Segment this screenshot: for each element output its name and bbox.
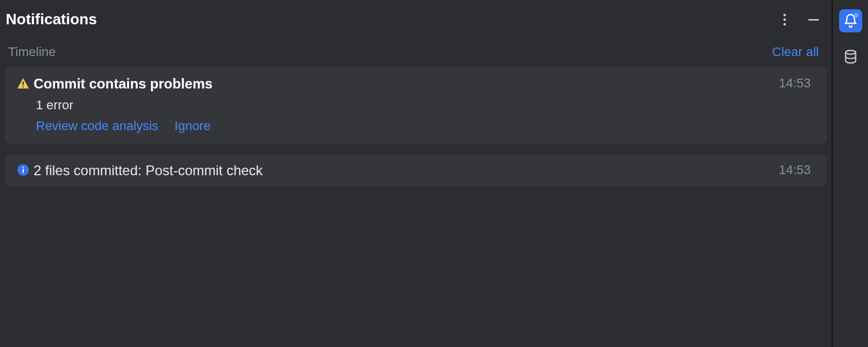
hide-panel-button[interactable] [806, 12, 821, 27]
notification-time: 14:53 [779, 163, 811, 178]
panel-header-actions [777, 12, 821, 27]
svg-rect-3 [808, 19, 819, 21]
clear-all-link[interactable]: Clear all [772, 45, 819, 60]
notification-card[interactable]: Commit contains problems 14:53 1 error R… [5, 67, 827, 144]
svg-rect-4 [23, 82, 24, 85]
panel-title: Notifications [6, 10, 97, 28]
section-label: Timeline [8, 45, 56, 60]
notification-list: Commit contains problems 14:53 1 error R… [0, 67, 832, 187]
notification-body: 1 error [13, 98, 811, 113]
info-icon [13, 163, 34, 176]
notification-actions: Review code analysis Ignore [13, 119, 811, 134]
section-header: Timeline Clear all [0, 38, 832, 67]
svg-point-1 [784, 18, 786, 20]
vertical-dots-icon [783, 13, 786, 26]
notification-card[interactable]: 2 files committed: Post-commit check 14:… [5, 154, 827, 187]
svg-rect-5 [23, 86, 24, 87]
svg-point-0 [784, 13, 786, 16]
right-tool-strip [832, 0, 868, 347]
notification-badge-dot [854, 13, 859, 17]
notifications-tool-button[interactable] [839, 9, 862, 32]
notification-time: 14:53 [779, 76, 811, 91]
notifications-panel: Notifications Timeline Clear al [0, 0, 832, 347]
notification-title: Commit contains problems [34, 76, 779, 92]
minimize-icon [808, 14, 819, 25]
panel-header: Notifications [0, 0, 832, 38]
review-code-analysis-link[interactable]: Review code analysis [36, 119, 159, 134]
notification-title: 2 files committed: Post-commit check [34, 163, 779, 179]
database-icon [843, 49, 858, 64]
svg-point-9 [845, 50, 855, 54]
ignore-link[interactable]: Ignore [175, 119, 211, 134]
more-options-button[interactable] [777, 12, 792, 27]
svg-rect-7 [23, 167, 24, 168]
database-tool-button[interactable] [839, 45, 862, 68]
warning-icon [13, 76, 34, 91]
svg-rect-8 [23, 169, 24, 173]
svg-point-2 [784, 23, 786, 25]
